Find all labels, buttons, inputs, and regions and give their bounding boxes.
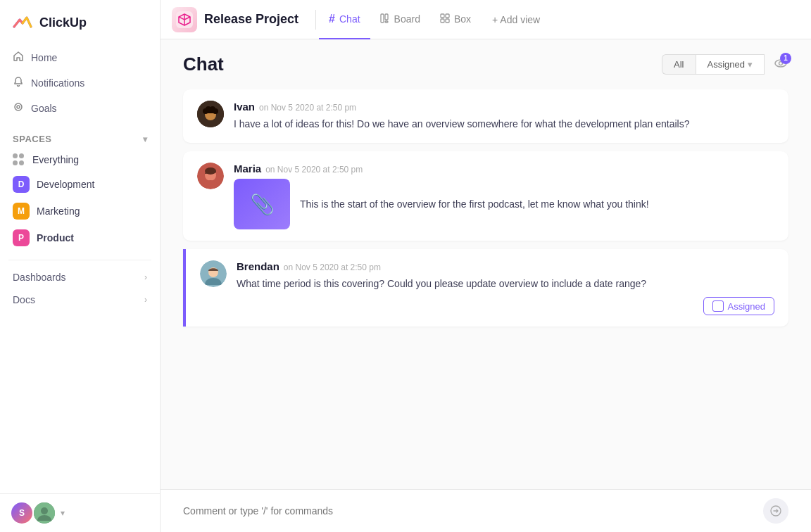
message-time: on Nov 5 2020 at 2:50 pm: [284, 262, 381, 272]
product-label: Product: [37, 232, 74, 243]
add-view-label: + Add view: [492, 14, 540, 25]
home-label: Home: [31, 52, 57, 63]
paperclip-icon: 📎: [250, 193, 275, 216]
clickup-logo-icon: [11, 11, 34, 34]
message-meta: Ivan on Nov 5 2020 at 2:50 pm: [234, 101, 774, 113]
message-card: Brendan on Nov 5 2020 at 2:50 pm What ti…: [183, 249, 788, 327]
message-meta: Maria on Nov 5 2020 at 2:50 pm: [234, 163, 774, 175]
sidebar-item-home[interactable]: Home: [6, 45, 154, 70]
svg-rect-10: [441, 19, 444, 23]
sidebar-item-docs[interactable]: Docs ›: [0, 289, 160, 311]
message-time: on Nov 5 2020 at 2:50 pm: [265, 165, 363, 175]
marketing-label: Marketing: [37, 205, 80, 217]
topbar-divider: [315, 10, 316, 30]
comment-bar: [161, 489, 811, 532]
footer-avatar-s[interactable]: S: [11, 502, 32, 524]
sidebar-item-dashboards[interactable]: Dashboards ›: [0, 266, 160, 289]
message-actions: Assigned: [237, 297, 774, 315]
chat-hash-icon: #: [329, 13, 335, 25]
message-author: Ivan: [234, 101, 255, 113]
tab-chat[interactable]: # Chat: [319, 0, 370, 39]
svg-point-22: [205, 167, 216, 175]
spaces-section: Spaces ▾ Everything D Development M Mark…: [0, 124, 160, 254]
tab-chat-label: Chat: [339, 13, 360, 25]
chat-filters: All Assigned ▾: [662, 54, 765, 75]
notifications-label: Notifications: [31, 77, 84, 89]
svg-rect-9: [446, 14, 449, 18]
attachment-block: 📎 This is the start of the overview for …: [234, 179, 774, 229]
message-time: on Nov 5 2020 at 2:50 pm: [259, 103, 356, 113]
svg-point-19: [213, 108, 218, 114]
tab-box[interactable]: Box: [430, 0, 481, 39]
footer-user-icon: [34, 502, 55, 524]
sidebar-divider: [8, 260, 151, 260]
footer-chevron[interactable]: ▾: [61, 508, 65, 518]
message-content: Brendan on Nov 5 2020 at 2:50 pm What ti…: [237, 260, 774, 315]
goals-label: Goals: [31, 103, 57, 114]
board-icon: [380, 13, 390, 25]
checkbox-icon: [712, 300, 724, 312]
svg-rect-8: [441, 14, 444, 18]
send-icon: [770, 505, 781, 517]
add-view-button[interactable]: + Add view: [484, 10, 548, 30]
messages-list: Ivan on Nov 5 2020 at 2:50 pm I have a l…: [161, 84, 811, 489]
tab-box-label: Box: [454, 13, 471, 25]
message-text: This is the start of the overview for th…: [300, 197, 649, 212]
marketing-icon: M: [13, 203, 30, 220]
message-author: Brendan: [237, 260, 279, 272]
comment-input[interactable]: [183, 505, 755, 517]
project-icon: [172, 7, 197, 32]
sidebar-item-marketing[interactable]: M Marketing: [6, 198, 154, 224]
chat-area: Chat All Assigned ▾ 1: [161, 39, 811, 532]
development-icon: D: [13, 176, 30, 193]
everything-icon: [13, 153, 25, 166]
docs-chevron: ›: [144, 295, 147, 305]
dashboards-chevron: ›: [144, 272, 147, 282]
svg-point-0: [15, 103, 22, 110]
app-name: ClickUp: [39, 15, 87, 30]
goals-icon: [13, 101, 24, 115]
brendan-avatar: [200, 260, 227, 287]
message-text: What time period is this covering? Could…: [237, 277, 774, 291]
chat-header: Chat All Assigned ▾ 1: [161, 39, 811, 84]
logo[interactable]: ClickUp: [0, 0, 160, 42]
assigned-button[interactable]: Assigned: [703, 297, 774, 315]
sidebar-item-everything[interactable]: Everything: [6, 148, 154, 171]
everything-label: Everything: [32, 154, 79, 165]
spaces-header[interactable]: Spaces ▾: [6, 129, 154, 148]
sidebar-item-notifications[interactable]: Notifications: [6, 70, 154, 96]
message-content: Ivan on Nov 5 2020 at 2:50 pm I have a l…: [234, 101, 774, 132]
attachment-thumbnail[interactable]: 📎: [234, 179, 290, 229]
filter-assigned-button[interactable]: Assigned ▾: [696, 54, 765, 75]
message-card: Maria on Nov 5 2020 at 2:50 pm 📎 This is…: [183, 151, 788, 241]
ivan-avatar: [197, 101, 224, 127]
home-icon: [13, 51, 24, 65]
chat-title: Chat: [183, 53, 224, 75]
assigned-filter-label: Assigned: [708, 59, 745, 70]
tab-board[interactable]: Board: [370, 0, 430, 39]
message-author: Maria: [234, 163, 261, 175]
product-icon: P: [13, 229, 30, 246]
sidebar-item-goals[interactable]: Goals: [6, 96, 154, 121]
message-card: Ivan on Nov 5 2020 at 2:50 pm I have a l…: [183, 89, 788, 143]
message-content: Maria on Nov 5 2020 at 2:50 pm 📎 This is…: [234, 163, 774, 229]
sidebar-item-development[interactable]: D Development: [6, 171, 154, 198]
project-header: Release Project: [172, 7, 313, 32]
spaces-chevron: ▾: [143, 134, 148, 144]
send-button[interactable]: [763, 498, 788, 524]
footer-avatar-b[interactable]: [34, 502, 55, 524]
filter-all-button[interactable]: All: [662, 54, 695, 75]
maria-avatar: [197, 163, 224, 189]
development-label: Development: [37, 179, 95, 190]
sidebar-item-product[interactable]: P Product: [6, 224, 154, 251]
svg-point-1: [17, 106, 20, 108]
main-content: Release Project # Chat Board Box + Add v…: [161, 0, 811, 532]
main-nav: Home Notifications Goals: [0, 42, 160, 124]
sidebar: ClickUp Home Notifications Goals Spaces …: [0, 0, 161, 532]
topbar: Release Project # Chat Board Box + Add v…: [161, 0, 811, 39]
svg-rect-5: [381, 14, 384, 23]
message-meta: Brendan on Nov 5 2020 at 2:50 pm: [237, 260, 774, 272]
assigned-label: Assigned: [728, 301, 765, 312]
dashboards-label: Dashboards: [13, 272, 66, 283]
eye-badge-button[interactable]: 1: [773, 56, 788, 74]
